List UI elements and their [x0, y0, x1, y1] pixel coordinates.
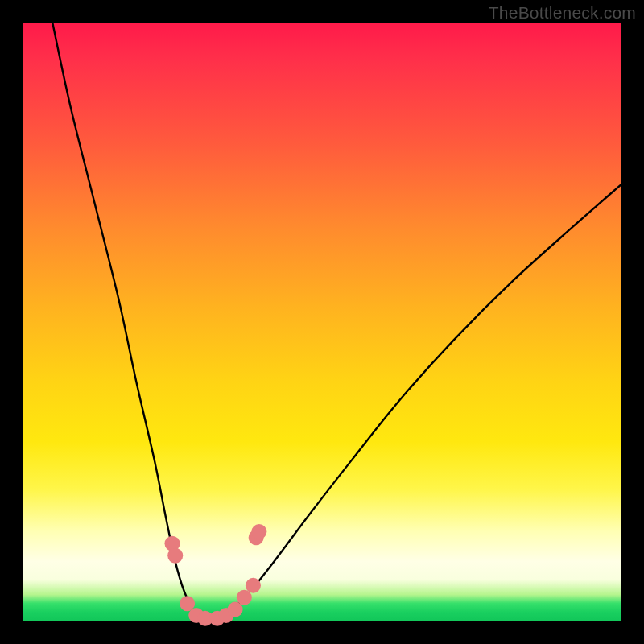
- bottleneck-curve: [52, 23, 621, 621]
- highlight-dot: [167, 548, 183, 564]
- watermark-text: TheBottleneck.com: [489, 3, 636, 23]
- curve-svg: [23, 23, 621, 621]
- plot-area: [23, 23, 621, 621]
- highlight-dots: [165, 524, 267, 626]
- chart-frame: TheBottleneck.com: [0, 0, 644, 644]
- highlight-dot: [246, 578, 261, 593]
- highlight-dot: [251, 524, 266, 539]
